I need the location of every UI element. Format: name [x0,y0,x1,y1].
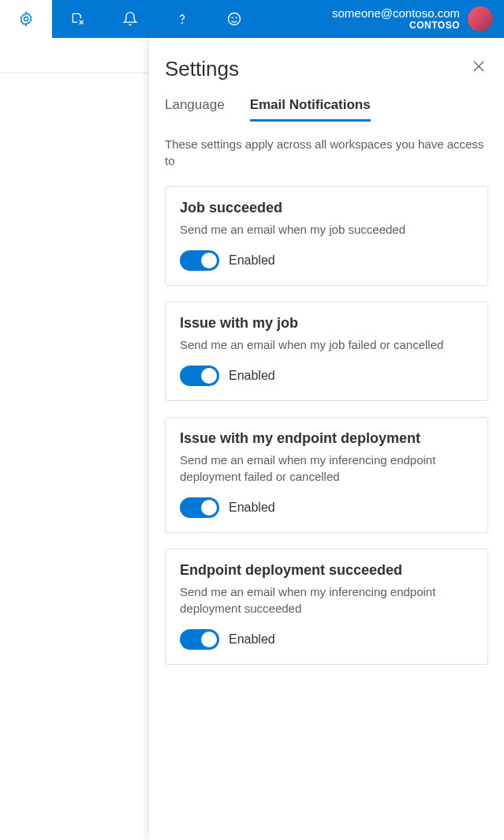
topbar-left [0,0,260,38]
card-title: Job succeeded [180,200,473,216]
user-email: someone@contoso.com [332,7,460,21]
svg-point-3 [232,17,233,18]
tab-email-notifications[interactable]: Email Notifications [250,97,371,122]
toggle-issue-with-job[interactable] [180,366,219,386]
svg-point-1 [182,23,183,24]
card-title: Issue with my job [180,315,473,332]
card-issue-endpoint-deployment: Issue with my endpoint deployment Send m… [165,417,488,533]
directory-icon[interactable] [52,0,104,38]
panel-title: Settings [165,57,239,81]
toggle-row: Enabled [180,629,473,650]
top-bar: someone@contoso.com CONTOSO [0,0,504,38]
tab-language[interactable]: Language [165,97,225,122]
card-desc: Send me an email when my inferencing end… [180,583,473,617]
user-org: CONTOSO [332,21,460,31]
card-job-succeeded: Job succeeded Send me an email when my j… [165,186,488,286]
panel-description: These settings apply across all workspac… [165,136,488,169]
notifications-bell-icon[interactable] [104,0,156,38]
card-desc: Send me an email when my job failed or c… [180,336,473,353]
toggle-job-succeeded[interactable] [180,250,219,271]
toggle-label: Enabled [229,632,275,647]
card-issue-with-job: Issue with my job Send me an email when … [165,302,488,401]
topbar-right: someone@contoso.com CONTOSO [332,6,493,32]
user-info[interactable]: someone@contoso.com CONTOSO [332,7,460,31]
toggle-issue-endpoint-deployment[interactable] [180,497,219,518]
toggle-label: Enabled [229,369,275,383]
tabs: Language Email Notifications [165,97,488,122]
toggle-row: Enabled [180,250,473,271]
close-button[interactable] [469,57,488,79]
toggle-label: Enabled [229,253,275,268]
card-title: Issue with my endpoint deployment [180,430,473,447]
feedback-smiley-icon[interactable] [208,0,260,38]
settings-gear-icon[interactable] [0,0,52,38]
avatar[interactable] [468,6,493,32]
svg-point-2 [229,13,241,25]
panel-header: Settings [165,57,488,81]
toggle-row: Enabled [180,497,473,518]
toggle-endpoint-deployment-succeeded[interactable] [180,629,219,650]
help-icon[interactable] [156,0,208,38]
card-desc: Send me an email when my job succeeded [180,221,473,238]
card-endpoint-deployment-succeeded: Endpoint deployment succeeded Send me an… [165,549,488,665]
card-desc: Send me an email when my inferencing end… [180,452,473,485]
toggle-row: Enabled [180,366,473,386]
content-divider [0,73,150,73]
toggle-label: Enabled [229,501,275,515]
svg-point-0 [24,17,28,21]
settings-panel: Settings Language Email Notifications Th… [149,38,504,840]
card-title: Endpoint deployment succeeded [180,562,473,579]
svg-point-4 [236,17,237,18]
